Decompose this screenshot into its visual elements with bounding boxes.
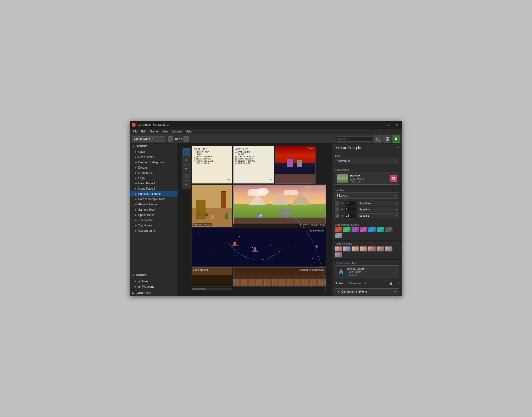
parallax-select[interactable]: 3 Layers ▼ xyxy=(335,192,399,199)
sidebar-item-cave[interactable]: ▶Cave xyxy=(130,149,178,155)
sprite-palette-8[interactable] xyxy=(335,252,342,258)
variables-section-header[interactable]: ▶ VARIABLES xyxy=(130,290,178,296)
close-button[interactable]: ✕ xyxy=(394,122,400,128)
lock-icon: 🔒 xyxy=(389,282,393,285)
menu-window[interactable]: Window xyxy=(170,129,184,134)
sidebar-item-deep-space[interactable]: ▶Deep Space xyxy=(130,155,178,160)
bg-palettes-label: Background Palettes xyxy=(335,223,399,226)
panel-collapse-arrow[interactable]: ▼ xyxy=(397,146,399,149)
sprite-palette-3[interactable] xyxy=(351,246,359,251)
scene-thumb-quest2[interactable]: QUEST LIST □ KEEP ON THE GRASS □ TURNIP … xyxy=(233,146,274,184)
tab-more-button[interactable]: ▼ xyxy=(395,280,402,287)
sidebar-item-players-house[interactable]: ▶Player's House xyxy=(130,202,178,207)
lock-button[interactable]: 🔒 xyxy=(387,280,395,287)
tool-select[interactable]: ↖ xyxy=(183,149,190,156)
world-selector[interactable]: Game World ▼ xyxy=(132,136,165,142)
tool-add[interactable]: + xyxy=(183,156,190,163)
scene-thumb-quest[interactable]: QUEST LIST □ KEEP ON THE GRASS □ TURNIP … xyxy=(192,146,232,184)
sprite-palette-1[interactable] xyxy=(335,246,342,251)
sprite-palette-row xyxy=(335,246,399,258)
export-button[interactable] xyxy=(383,135,391,143)
sprite-palette-4[interactable] xyxy=(360,246,367,251)
bg-palette-2[interactable] xyxy=(343,227,351,232)
layer-3-speed-label: Speed 1 xyxy=(359,214,369,217)
sprite-info: player_platform Type: Sprite Tiles: 17 xyxy=(347,267,397,276)
type-select[interactable]: Platformer ▼ xyxy=(335,158,399,164)
scripts-section: ▼ SCRIPTS ⚙Init Menu ⚙Init Weapons ▶ VAR… xyxy=(130,272,178,296)
tab-on-init[interactable]: On Init xyxy=(332,280,346,287)
space-battle-label: Space Battle xyxy=(309,229,324,232)
scene-thumb-space[interactable]: ✦ ✦ ✦ xyxy=(192,228,326,266)
menu-help[interactable]: Help xyxy=(184,129,193,134)
scene-thumb-players-house[interactable] xyxy=(192,185,232,227)
bg-palette-6[interactable] xyxy=(376,227,384,232)
open-folder-button[interactable] xyxy=(374,135,382,143)
sidebar-item-parallax-example[interactable]: ▶Parallax Example xyxy=(130,191,178,197)
tool-eraser[interactable]: ✏ xyxy=(183,166,190,172)
scripts-section-header[interactable]: ▼ SCRIPTS xyxy=(130,272,178,278)
sidebar-item-title-screen[interactable]: ▶Title Screen xyxy=(130,218,178,223)
script-event-call-init-menu[interactable]: ▼ Call Script: InitMenu ▼ xyxy=(335,288,399,295)
sidebar-item-launch-site[interactable]: ▶Launch Site xyxy=(130,170,178,176)
players-house-label: Player's House xyxy=(192,223,212,226)
sprite-palette-7[interactable] xyxy=(385,246,393,251)
sidebar-item-dream[interactable]: ▶Dream xyxy=(130,165,178,170)
scene-thumb-cave[interactable] xyxy=(275,146,316,184)
zoom-in-button[interactable]: + xyxy=(183,136,189,142)
sprite-palette-6[interactable] xyxy=(376,246,384,251)
zoom-out-button[interactable]: − xyxy=(168,136,173,142)
bg-palette-4[interactable] xyxy=(360,227,367,232)
script-icon: ⚙ xyxy=(134,280,136,283)
menu-game[interactable]: Game xyxy=(148,129,160,134)
script-item-init-menu[interactable]: ⚙Init Menu xyxy=(130,279,178,284)
layer-3-input[interactable] xyxy=(344,213,356,218)
parallax-label: Parallax Example xyxy=(304,186,324,188)
search-input[interactable] xyxy=(335,136,373,142)
sidebar-item-deeper-underground[interactable]: ▶Deeper Underground xyxy=(130,160,178,165)
menu-view[interactable]: View xyxy=(160,129,170,134)
underground-label: Underground xyxy=(192,268,208,271)
sidebar-item-underground[interactable]: ▶Underground xyxy=(130,228,178,233)
canvas-area[interactable]: ↖ + ✏ ⬛ ☉ xyxy=(178,144,331,296)
menu-file[interactable]: File xyxy=(131,129,139,134)
bg-palette-1[interactable] xyxy=(335,227,342,232)
script-item-init-weapons[interactable]: ⚙Init Weapons xyxy=(130,284,178,289)
scrollbar-horizontal[interactable] xyxy=(192,288,232,290)
parallax-layer-2: 2 H Speed ½ ▼ xyxy=(335,207,399,212)
bg-thumbnail xyxy=(337,174,348,183)
minimize-button[interactable]: — xyxy=(378,122,385,128)
layer-3-speed[interactable]: Speed 1 ▼ xyxy=(358,213,399,218)
sidebar-item-top-house[interactable]: ▶Top House xyxy=(130,223,178,228)
bg-palette-3[interactable] xyxy=(351,227,359,232)
sidebar-item-menu-page-2[interactable]: ▶Menu Page 2 xyxy=(130,186,178,191)
layer-2-speed[interactable]: Speed ½ ▼ xyxy=(358,207,399,212)
bg-palette-5[interactable] xyxy=(368,227,376,232)
sidebar-item-logo[interactable]: ▶Logo xyxy=(130,176,178,181)
maximize-button[interactable]: □ xyxy=(386,122,393,128)
bg-palette-7[interactable] xyxy=(385,227,393,232)
sprite-palette-2[interactable] xyxy=(343,246,351,251)
bg-palette-8[interactable] xyxy=(335,233,342,238)
svg-rect-8 xyxy=(340,269,341,270)
bg-info: parallax Size: 80x18 Tiles: 191 xyxy=(350,174,388,183)
variables-label: VARIABLES xyxy=(136,292,151,295)
layer-3-num: 3 xyxy=(335,213,340,218)
layer-1-speed[interactable]: Speed ¹⁄₁₆ ▼ xyxy=(358,201,399,206)
scenes-section-header[interactable]: ▼ SCENES xyxy=(130,144,178,149)
play-button[interactable] xyxy=(393,135,400,143)
bg-copy-button[interactable] xyxy=(390,175,397,182)
menu-edit[interactable]: Edit xyxy=(139,129,148,134)
layer-2-input[interactable] xyxy=(344,207,356,212)
sidebar-item-sample-town[interactable]: ▶Sample Town xyxy=(130,207,178,212)
tab-on-player-hit[interactable]: On Player Hit xyxy=(346,280,369,287)
scene-thumb-parallax[interactable] xyxy=(233,185,326,227)
sprite-palette-5[interactable] xyxy=(368,246,376,251)
sidebar-item-path-to-sample-town[interactable]: ▶Path to Sample Town xyxy=(130,197,178,202)
tool-fill[interactable]: ⬛ xyxy=(183,173,190,179)
sidebar-item-menu-page-1[interactable]: ▶Menu Page 1 xyxy=(130,181,178,186)
layer-1-input[interactable] xyxy=(344,201,356,206)
tool-settings[interactable]: ☉ xyxy=(183,181,190,188)
scene-block-quest: QUEST LIST □ KEEP ON THE GRASS □ TURNIP … xyxy=(192,146,232,184)
sidebar-item-space-battle[interactable]: ▶Space Battle xyxy=(130,212,178,218)
scene-block-space: ✦ ✦ ✦ xyxy=(192,228,326,266)
